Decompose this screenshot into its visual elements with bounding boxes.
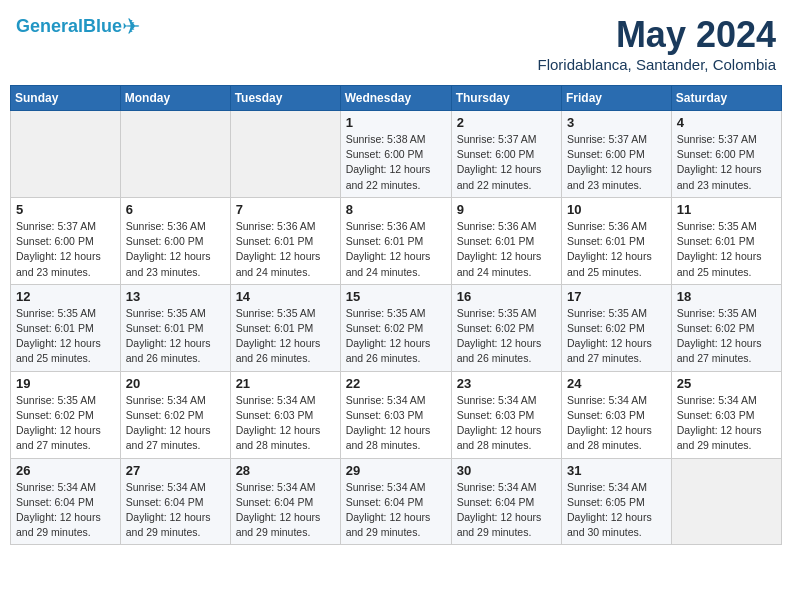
day-info: Sunrise: 5:35 AM Sunset: 6:02 PM Dayligh… [677, 306, 776, 367]
calendar-header: SundayMondayTuesdayWednesdayThursdayFrid… [11, 86, 782, 111]
day-number: 1 [346, 115, 446, 130]
calendar-cell: 2Sunrise: 5:37 AM Sunset: 6:00 PM Daylig… [451, 111, 561, 198]
day-info: Sunrise: 5:34 AM Sunset: 6:02 PM Dayligh… [126, 393, 225, 454]
calendar-cell: 3Sunrise: 5:37 AM Sunset: 6:00 PM Daylig… [562, 111, 672, 198]
day-info: Sunrise: 5:34 AM Sunset: 6:03 PM Dayligh… [346, 393, 446, 454]
weekday-header-thursday: Thursday [451, 86, 561, 111]
day-info: Sunrise: 5:35 AM Sunset: 6:01 PM Dayligh… [677, 219, 776, 280]
calendar-week-2: 5Sunrise: 5:37 AM Sunset: 6:00 PM Daylig… [11, 197, 782, 284]
calendar-cell: 22Sunrise: 5:34 AM Sunset: 6:03 PM Dayli… [340, 371, 451, 458]
day-info: Sunrise: 5:35 AM Sunset: 6:01 PM Dayligh… [16, 306, 115, 367]
day-info: Sunrise: 5:36 AM Sunset: 6:01 PM Dayligh… [567, 219, 666, 280]
day-number: 2 [457, 115, 556, 130]
logo-bird-icon: ✈ [122, 14, 140, 40]
day-info: Sunrise: 5:34 AM Sunset: 6:04 PM Dayligh… [457, 480, 556, 541]
day-info: Sunrise: 5:37 AM Sunset: 6:00 PM Dayligh… [457, 132, 556, 193]
day-number: 27 [126, 463, 225, 478]
day-number: 10 [567, 202, 666, 217]
calendar-cell: 4Sunrise: 5:37 AM Sunset: 6:00 PM Daylig… [671, 111, 781, 198]
day-info: Sunrise: 5:37 AM Sunset: 6:00 PM Dayligh… [677, 132, 776, 193]
day-info: Sunrise: 5:34 AM Sunset: 6:03 PM Dayligh… [457, 393, 556, 454]
calendar-cell [230, 111, 340, 198]
day-number: 15 [346, 289, 446, 304]
weekday-header-sunday: Sunday [11, 86, 121, 111]
calendar-cell: 18Sunrise: 5:35 AM Sunset: 6:02 PM Dayli… [671, 284, 781, 371]
calendar-cell: 15Sunrise: 5:35 AM Sunset: 6:02 PM Dayli… [340, 284, 451, 371]
day-number: 18 [677, 289, 776, 304]
day-number: 17 [567, 289, 666, 304]
day-number: 14 [236, 289, 335, 304]
weekday-row: SundayMondayTuesdayWednesdayThursdayFrid… [11, 86, 782, 111]
logo-general: General [16, 16, 83, 36]
day-info: Sunrise: 5:34 AM Sunset: 6:04 PM Dayligh… [346, 480, 446, 541]
calendar-cell [120, 111, 230, 198]
day-number: 11 [677, 202, 776, 217]
location-title: Floridablanca, Santander, Colombia [538, 56, 776, 73]
day-info: Sunrise: 5:34 AM Sunset: 6:04 PM Dayligh… [16, 480, 115, 541]
day-number: 12 [16, 289, 115, 304]
calendar-cell: 1Sunrise: 5:38 AM Sunset: 6:00 PM Daylig… [340, 111, 451, 198]
calendar-cell: 13Sunrise: 5:35 AM Sunset: 6:01 PM Dayli… [120, 284, 230, 371]
calendar-cell: 23Sunrise: 5:34 AM Sunset: 6:03 PM Dayli… [451, 371, 561, 458]
weekday-header-monday: Monday [120, 86, 230, 111]
day-number: 24 [567, 376, 666, 391]
calendar-cell: 30Sunrise: 5:34 AM Sunset: 6:04 PM Dayli… [451, 458, 561, 545]
day-number: 5 [16, 202, 115, 217]
day-number: 22 [346, 376, 446, 391]
calendar-cell: 20Sunrise: 5:34 AM Sunset: 6:02 PM Dayli… [120, 371, 230, 458]
day-info: Sunrise: 5:34 AM Sunset: 6:04 PM Dayligh… [126, 480, 225, 541]
calendar-cell: 16Sunrise: 5:35 AM Sunset: 6:02 PM Dayli… [451, 284, 561, 371]
calendar-week-1: 1Sunrise: 5:38 AM Sunset: 6:00 PM Daylig… [11, 111, 782, 198]
day-number: 3 [567, 115, 666, 130]
calendar-cell: 11Sunrise: 5:35 AM Sunset: 6:01 PM Dayli… [671, 197, 781, 284]
day-info: Sunrise: 5:35 AM Sunset: 6:02 PM Dayligh… [346, 306, 446, 367]
day-info: Sunrise: 5:34 AM Sunset: 6:03 PM Dayligh… [567, 393, 666, 454]
calendar-cell: 29Sunrise: 5:34 AM Sunset: 6:04 PM Dayli… [340, 458, 451, 545]
weekday-header-wednesday: Wednesday [340, 86, 451, 111]
day-info: Sunrise: 5:36 AM Sunset: 6:00 PM Dayligh… [126, 219, 225, 280]
day-number: 26 [16, 463, 115, 478]
day-info: Sunrise: 5:35 AM Sunset: 6:02 PM Dayligh… [567, 306, 666, 367]
day-info: Sunrise: 5:34 AM Sunset: 6:03 PM Dayligh… [236, 393, 335, 454]
calendar-cell: 10Sunrise: 5:36 AM Sunset: 6:01 PM Dayli… [562, 197, 672, 284]
day-number: 20 [126, 376, 225, 391]
calendar-body: 1Sunrise: 5:38 AM Sunset: 6:00 PM Daylig… [11, 111, 782, 545]
day-number: 9 [457, 202, 556, 217]
day-info: Sunrise: 5:35 AM Sunset: 6:01 PM Dayligh… [236, 306, 335, 367]
calendar-week-4: 19Sunrise: 5:35 AM Sunset: 6:02 PM Dayli… [11, 371, 782, 458]
day-number: 23 [457, 376, 556, 391]
day-info: Sunrise: 5:36 AM Sunset: 6:01 PM Dayligh… [236, 219, 335, 280]
calendar-table: SundayMondayTuesdayWednesdayThursdayFrid… [10, 85, 782, 545]
calendar-cell: 21Sunrise: 5:34 AM Sunset: 6:03 PM Dayli… [230, 371, 340, 458]
day-info: Sunrise: 5:36 AM Sunset: 6:01 PM Dayligh… [457, 219, 556, 280]
logo-text: GeneralBlue [16, 17, 122, 37]
calendar-cell: 17Sunrise: 5:35 AM Sunset: 6:02 PM Dayli… [562, 284, 672, 371]
weekday-header-friday: Friday [562, 86, 672, 111]
day-number: 7 [236, 202, 335, 217]
calendar-cell: 7Sunrise: 5:36 AM Sunset: 6:01 PM Daylig… [230, 197, 340, 284]
calendar-cell [11, 111, 121, 198]
day-number: 28 [236, 463, 335, 478]
day-info: Sunrise: 5:35 AM Sunset: 6:01 PM Dayligh… [126, 306, 225, 367]
calendar-cell: 6Sunrise: 5:36 AM Sunset: 6:00 PM Daylig… [120, 197, 230, 284]
day-number: 31 [567, 463, 666, 478]
day-number: 25 [677, 376, 776, 391]
day-info: Sunrise: 5:34 AM Sunset: 6:04 PM Dayligh… [236, 480, 335, 541]
day-info: Sunrise: 5:37 AM Sunset: 6:00 PM Dayligh… [16, 219, 115, 280]
page-header: GeneralBlue ✈ May 2024 Floridablanca, Sa… [10, 10, 782, 77]
calendar-cell: 25Sunrise: 5:34 AM Sunset: 6:03 PM Dayli… [671, 371, 781, 458]
day-info: Sunrise: 5:34 AM Sunset: 6:03 PM Dayligh… [677, 393, 776, 454]
calendar-cell: 9Sunrise: 5:36 AM Sunset: 6:01 PM Daylig… [451, 197, 561, 284]
month-title: May 2024 [538, 14, 776, 56]
day-number: 16 [457, 289, 556, 304]
calendar-week-5: 26Sunrise: 5:34 AM Sunset: 6:04 PM Dayli… [11, 458, 782, 545]
day-number: 6 [126, 202, 225, 217]
weekday-header-tuesday: Tuesday [230, 86, 340, 111]
calendar-cell: 14Sunrise: 5:35 AM Sunset: 6:01 PM Dayli… [230, 284, 340, 371]
day-number: 8 [346, 202, 446, 217]
day-number: 29 [346, 463, 446, 478]
calendar-cell: 19Sunrise: 5:35 AM Sunset: 6:02 PM Dayli… [11, 371, 121, 458]
weekday-header-saturday: Saturday [671, 86, 781, 111]
day-number: 21 [236, 376, 335, 391]
logo-blue: Blue [83, 16, 122, 36]
